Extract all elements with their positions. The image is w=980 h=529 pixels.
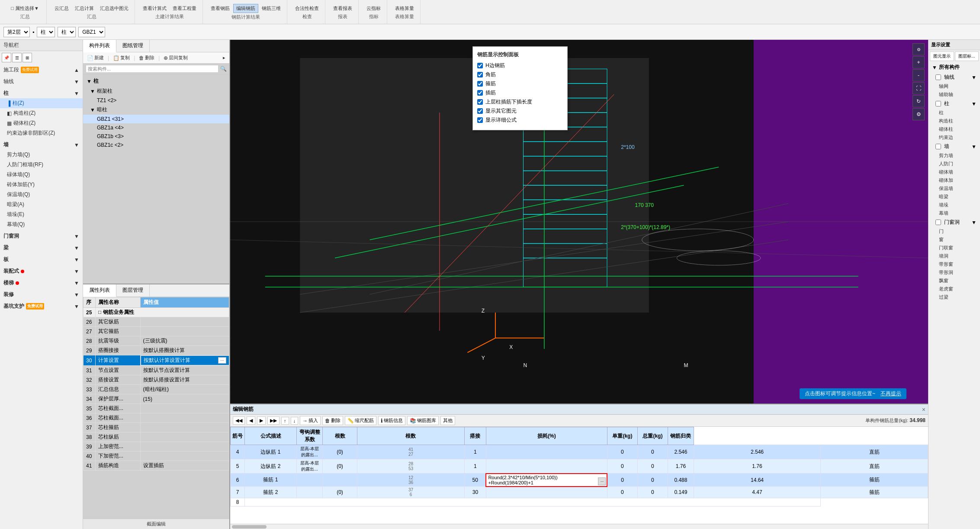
rebar-info-btn[interactable]: ℹ 钢筋信息 xyxy=(378,416,405,425)
insert-checkbox[interactable] xyxy=(477,90,483,96)
show-detail-checkbox[interactable] xyxy=(477,117,483,123)
zoom-in-btn[interactable]: + xyxy=(913,56,925,68)
cloud-summary-btn[interactable]: 云汇总 xyxy=(52,4,71,13)
h-scrollbar[interactable] xyxy=(230,524,928,529)
right-col-item[interactable]: 柱 xyxy=(932,109,980,117)
element-display-btn[interactable]: 图元显示 xyxy=(930,52,954,61)
attribute-select-btn[interactable]: □ 属性选择▼ xyxy=(8,4,42,13)
calc-selected-btn[interactable]: 汇总选中图元 xyxy=(97,4,131,13)
right-wall-pier-item[interactable]: 墙垛 xyxy=(932,201,980,209)
right-brick-col-item[interactable]: 砌体柱 xyxy=(932,125,980,133)
column-header[interactable]: 柱 ▼ xyxy=(0,88,83,98)
nav-last-btn[interactable]: ▶▶ xyxy=(267,416,280,425)
list-view-btn[interactable]: ☰ xyxy=(12,53,22,62)
axis-header[interactable]: 轴线 ▼ xyxy=(0,77,83,87)
sidebar-item-curtain-wall[interactable]: 幕墙(Q) xyxy=(0,219,83,229)
move-down-btn[interactable]: ↓ xyxy=(291,417,299,425)
right-brick-add-item[interactable]: 砌体加 xyxy=(932,176,980,184)
copy-component-btn[interactable]: 📋 复制 xyxy=(111,54,132,62)
upper-insert-checkbox[interactable] xyxy=(477,99,483,105)
right-bay-window-item[interactable]: 飘窗 xyxy=(932,277,980,285)
right-door-item[interactable]: 门 xyxy=(932,227,980,235)
construction-header[interactable]: 施工段 免费试用 ▲ xyxy=(0,65,83,75)
tree-item-gbz1a[interactable]: GBZ1a <4> xyxy=(83,123,229,132)
right-skylight-item[interactable]: 老虎窗 xyxy=(932,285,980,293)
edit-rebar-btn[interactable]: 编辑钢筋 xyxy=(233,4,258,13)
new-component-btn[interactable]: 📄 新建 xyxy=(85,54,106,62)
tree-item-gbz1c[interactable]: GBZ1c <2> xyxy=(83,141,229,149)
tab-component-list[interactable]: 构件列表 xyxy=(83,40,116,52)
sidebar-item-brick-z[interactable]: ▦ 砌体柱(Z) xyxy=(0,118,83,128)
prop-row-30[interactable]: 30 计算设置 按默认计算设置计算 ··· xyxy=(84,355,229,366)
type-selector-3[interactable]: GBZ1 xyxy=(78,27,105,37)
nav-first-btn[interactable]: ◀◀ xyxy=(233,416,245,425)
type-selector-1[interactable]: 柱 xyxy=(37,27,55,37)
sidebar-item-shear-wall[interactable]: 剪力墙(Q) xyxy=(0,150,83,160)
insert-row-btn[interactable]: → 插入 xyxy=(300,416,321,425)
foundation-header[interactable]: 基坑支护 免费试用 ▼ xyxy=(0,301,83,311)
right-door-header[interactable]: 门窗洞 ▼ xyxy=(932,217,980,227)
pin-btn[interactable]: 📌 xyxy=(2,53,11,62)
sidebar-item-wall-pier[interactable]: 墙垛(E) xyxy=(0,210,83,219)
tree-item-column-root[interactable]: ▼ 柱 xyxy=(83,76,229,86)
view-report-btn[interactable]: 查看报表 xyxy=(331,4,355,13)
rebar-3d-btn[interactable]: 钢筋三维 xyxy=(259,4,283,13)
wall-header[interactable]: 墙 ▼ xyxy=(0,140,83,150)
tree-item-frame-col[interactable]: ▼ 框架柱 xyxy=(83,86,229,96)
tab-drawing-manage[interactable]: 图纸管理 xyxy=(116,40,150,52)
right-door-checkbox[interactable] xyxy=(935,219,941,225)
rotate-btn[interactable]: ↻ xyxy=(913,95,925,107)
slab-header[interactable]: 板 ▼ xyxy=(0,255,83,264)
tooltip-dismiss-btn[interactable]: 不再提示 xyxy=(880,390,901,397)
delete-component-btn[interactable]: 🗑 删除 xyxy=(137,54,157,62)
right-window-item[interactable]: 窗 xyxy=(932,235,980,244)
sidebar-item-insulation[interactable]: 保温墙(Q) xyxy=(0,190,83,200)
tree-item-gbz1[interactable]: GBZ1 <31> xyxy=(83,115,229,123)
table-calc-btn[interactable]: 表格算量 xyxy=(392,4,417,13)
right-axis-header[interactable]: 轴线 ▼ xyxy=(932,72,980,82)
delete-row-btn[interactable]: 🗑 删除 xyxy=(322,416,343,425)
tree-item-gbz1b[interactable]: GBZ1b <3> xyxy=(83,132,229,141)
other-btn[interactable]: 其他 xyxy=(440,416,455,425)
view-quantity-btn[interactable]: 查看工程量 xyxy=(170,4,199,13)
show-other-checkbox[interactable] xyxy=(477,108,483,114)
right-shear-wall-item[interactable]: 剪力墙 xyxy=(932,152,980,160)
settings-btn2[interactable]: ⚙ xyxy=(913,108,925,120)
search-input[interactable] xyxy=(86,65,218,73)
right-axis-checkbox[interactable] xyxy=(935,74,941,80)
right-brick-wall-item[interactable]: 砌体墙 xyxy=(932,168,980,176)
sidebar-item-construct-z[interactable]: ◧ 构造柱(Z) xyxy=(0,108,83,118)
more-btn[interactable]: ▸ xyxy=(221,54,228,61)
prefab-header[interactable]: 装配式 ▼ xyxy=(0,266,83,276)
nav-next-btn[interactable]: ▶ xyxy=(257,416,266,425)
all-components-header[interactable]: ▼ 所有构件 xyxy=(929,62,980,72)
sidebar-item-brick-add[interactable]: 砖体加筋(Y) xyxy=(0,180,83,190)
right-door-window-item[interactable]: 门联窗 xyxy=(932,244,980,252)
tab-properties[interactable]: 属性列表 xyxy=(83,284,116,297)
rebar-library-btn[interactable]: 📚 钢筋图库 xyxy=(407,416,439,425)
right-civil-def-item[interactable]: 人防门 xyxy=(932,160,980,168)
view-formula-btn[interactable]: 查看计算式 xyxy=(140,4,169,13)
row-30-value[interactable]: 按默认计算设置计算 ··· xyxy=(141,355,229,365)
right-insulation-item[interactable]: 保温墙 xyxy=(932,184,980,193)
scale-rebar-btn[interactable]: 📏 缩尺配筋 xyxy=(345,416,376,425)
row-30-btn[interactable]: ··· xyxy=(218,357,226,364)
right-strip-window-item[interactable]: 带形窗 xyxy=(932,260,980,268)
sidebar-item-brick-wall[interactable]: 碌体墙(Q) xyxy=(0,170,83,180)
move-up-btn[interactable]: ↑ xyxy=(281,417,289,425)
calc-summary-btn[interactable]: 汇总计算 xyxy=(72,4,96,13)
tree-item-dark-col[interactable]: ▼ 暗柱 xyxy=(83,105,229,115)
right-aux-axis-item[interactable]: 辅助轴 xyxy=(932,90,980,99)
corner-checkbox[interactable] xyxy=(477,72,483,77)
display-settings-btn[interactable]: ⚙ xyxy=(913,43,925,55)
beam-header[interactable]: 梁 ▼ xyxy=(0,243,83,253)
right-wall-checkbox[interactable] xyxy=(935,144,941,149)
right-lintel-item[interactable]: 过梁 xyxy=(932,293,980,301)
floor-selector[interactable]: 第2层 xyxy=(3,27,30,37)
zoom-out-btn[interactable]: - xyxy=(913,69,925,81)
type-selector-2[interactable]: 柱 xyxy=(58,27,76,37)
floor-copy-btn[interactable]: ⊕ 层间复制 xyxy=(161,54,190,62)
nav-prev-btn[interactable]: ◀ xyxy=(247,416,255,425)
right-curtain-item[interactable]: 幕墙 xyxy=(932,209,980,217)
sidebar-item-constraint-z[interactable]: 约束边缘非阴影区(Z) xyxy=(0,128,83,138)
